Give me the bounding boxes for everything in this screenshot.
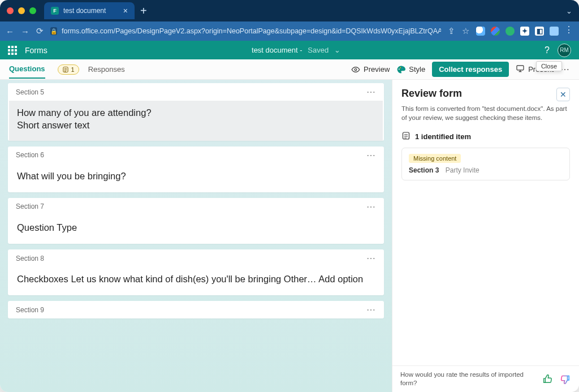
extension-icons: ✦ ◧ ⋮ [476, 27, 573, 36]
review-count: 1 identified item [392, 129, 579, 148]
extension-moon-icon[interactable] [476, 27, 485, 36]
doc-title-divider: - [300, 46, 304, 54]
forms-favicon: F [51, 7, 59, 15]
preview-button[interactable]: Preview [351, 65, 390, 74]
app-launcher-icon[interactable] [8, 46, 17, 55]
svg-point-2 [399, 68, 400, 70]
section-card[interactable]: Section 9 ⋯ [8, 301, 384, 318]
question-text: What will you be bringing? [17, 170, 375, 182]
back-icon[interactable]: ← [6, 27, 14, 36]
section-more-icon[interactable]: ⋯ [366, 150, 376, 161]
section-card[interactable]: Section 8 ⋯ Checkboxes Let us know what … [8, 249, 384, 295]
checklist-icon [401, 131, 411, 142]
extension-green-icon[interactable] [505, 27, 515, 36]
review-count-label: 1 identified item [415, 132, 471, 141]
avatar-initials: RM [560, 47, 569, 53]
share-icon[interactable]: ⇪ [448, 26, 455, 36]
tab-questions[interactable]: Questions [9, 60, 45, 79]
svg-rect-5 [517, 66, 524, 70]
minimize-window-dot[interactable] [18, 7, 25, 14]
document-title: test document [252, 46, 298, 54]
forward-icon[interactable]: → [21, 27, 29, 36]
collect-responses-button[interactable]: Collect responses [432, 62, 509, 77]
app-header: Forms test document - Saved ⌄ ? RM [0, 41, 579, 59]
close-panel-button[interactable]: ✕ [556, 88, 570, 101]
question-text: Checkboxes Let us know what kind of dish… [17, 273, 375, 285]
style-label: Style [409, 65, 425, 74]
app-name[interactable]: Forms [25, 46, 47, 55]
section-card[interactable]: Section 7 ⋯ Question Type [8, 198, 384, 244]
browser-titlebar: F test document × + ⌄ [0, 0, 579, 21]
eye-icon [351, 65, 360, 74]
close-tooltip: Close [536, 61, 562, 71]
feedback-question: How would you rate the results of import… [400, 371, 536, 387]
command-bar: Questions 1 Responses Preview Style Coll… [0, 59, 579, 80]
help-icon[interactable]: ? [545, 45, 550, 55]
svg-point-4 [402, 67, 403, 68]
style-button[interactable]: Style [396, 65, 425, 74]
review-item-section: Section 3 [409, 166, 439, 174]
browser-menu-icon[interactable]: ⋮ [564, 27, 573, 36]
section-label: Section 5 [16, 88, 44, 96]
question-text: How many of you are attending? [17, 106, 375, 119]
document-title-area[interactable]: test document - Saved ⌄ [47, 46, 545, 54]
close-window-dot[interactable] [7, 7, 14, 14]
review-item-name: Party Invite [446, 166, 479, 174]
review-item[interactable]: Missing content Section 3 Party Invite [401, 148, 570, 180]
section-label: Section 9 [16, 306, 44, 314]
extension-profile-icon[interactable] [550, 27, 559, 36]
zoom-window-dot[interactable] [29, 7, 36, 14]
extension-box-icon[interactable]: ◧ [535, 27, 544, 36]
tab-responses[interactable]: Responses [88, 61, 125, 78]
star-icon[interactable]: ☆ [462, 26, 469, 36]
extension-chrome-icon[interactable] [491, 27, 500, 36]
section-more-icon[interactable]: ⋯ [366, 253, 376, 264]
svg-point-3 [400, 67, 401, 68]
review-badge[interactable]: 1 [58, 64, 79, 75]
review-title: Review form [401, 88, 462, 100]
palette-icon [396, 65, 405, 74]
section-label: Section 7 [16, 203, 44, 210]
browser-address-bar: ← → ⟳ 🔒 forms.office.com/Pages/DesignPag… [0, 21, 579, 41]
thumbs-up-icon[interactable] [542, 373, 553, 385]
reload-icon[interactable]: ⟳ [36, 26, 44, 36]
save-status: Saved [308, 46, 329, 54]
tabs-dropdown-icon[interactable]: ⌄ [566, 7, 572, 15]
new-tab-button[interactable]: + [140, 5, 147, 18]
review-feedback-bar: How would you rate the results of import… [392, 365, 579, 392]
review-description: This form is converted from "test docume… [392, 105, 579, 129]
section-card[interactable]: Section 6 ⋯ What will you be bringing? [8, 147, 384, 192]
section-label: Section 6 [16, 151, 44, 159]
lock-icon: 🔒 [50, 27, 57, 35]
browser-tab[interactable]: F test document × [44, 2, 135, 19]
section-more-icon[interactable]: ⋯ [366, 87, 376, 97]
checklist-icon [62, 66, 69, 73]
address-field[interactable]: 🔒 forms.office.com/Pages/DesignPageV2.as… [50, 27, 441, 35]
url-text: forms.office.com/Pages/DesignPageV2.aspx… [62, 27, 441, 35]
browser-tab-title: test document [63, 7, 106, 15]
thumbs-down-icon[interactable] [559, 373, 571, 385]
section-more-icon[interactable]: ⋯ [366, 201, 376, 212]
extension-puzzle-icon[interactable]: ✦ [520, 27, 529, 36]
avatar[interactable]: RM [558, 44, 571, 57]
question-subtext: Short answer text [17, 119, 375, 131]
section-more-icon[interactable]: ⋯ [366, 304, 376, 315]
review-badge-count: 1 [71, 66, 75, 73]
form-canvas: Section 5 ⋯ How many of you are attendin… [0, 80, 392, 392]
preview-label: Preview [364, 65, 390, 74]
svg-point-1 [355, 68, 357, 71]
review-item-chip: Missing content [409, 154, 461, 163]
section-label: Section 8 [16, 255, 44, 262]
chevron-down-icon: ⌄ [334, 46, 340, 54]
review-panel: Review form ✕ This form is converted fro… [392, 80, 579, 392]
present-icon [516, 64, 525, 75]
question-text: Question Type [17, 221, 375, 234]
section-card[interactable]: Section 5 ⋯ How many of you are attendin… [8, 83, 384, 141]
close-tab-icon[interactable]: × [123, 6, 128, 15]
window-controls [7, 7, 36, 14]
